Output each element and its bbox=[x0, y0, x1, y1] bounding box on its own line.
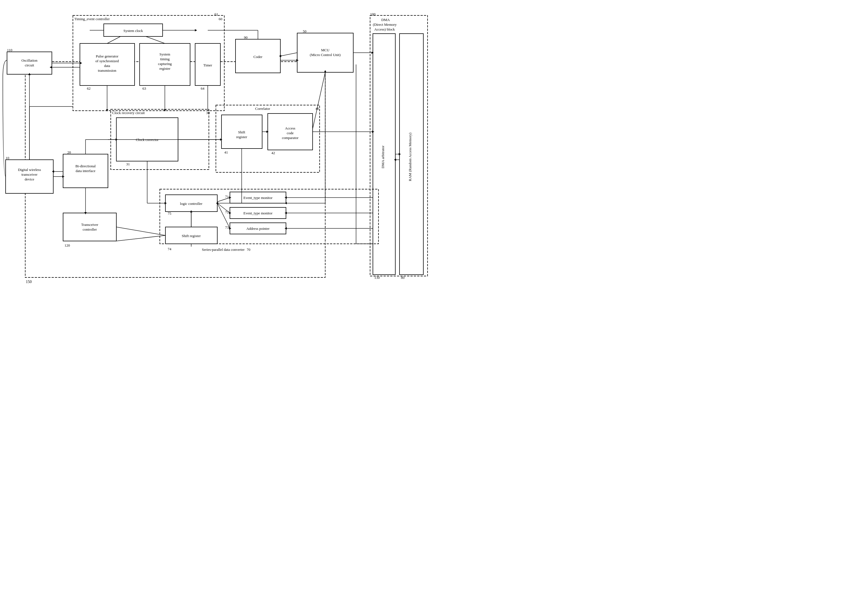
ref-60: 60 bbox=[219, 17, 222, 21]
ref-63: 63 bbox=[143, 86, 146, 91]
label-dma-block-1: DMA bbox=[381, 18, 390, 22]
label-oscillation-1: Oscillation bbox=[21, 58, 38, 62]
label-pulse-gen-1: Pulse generator bbox=[96, 54, 118, 58]
label-mcu-2: (Micro Control Unit) bbox=[310, 53, 341, 57]
label-dma-arbitrator: DMA arbitrator bbox=[381, 145, 385, 168]
label-digital-wireless-3: device bbox=[25, 177, 34, 181]
svg-line-45 bbox=[313, 72, 325, 129]
label-system-clock: System clock bbox=[123, 29, 143, 33]
label-shift-reg-bot: Shift register bbox=[182, 234, 201, 238]
label-transceiver-ctrl-2: controller bbox=[83, 227, 97, 232]
label-series-parallel: Series-parallel data converter bbox=[202, 247, 245, 252]
ref-130: 130 bbox=[374, 276, 380, 280]
ref-90: 90 bbox=[244, 35, 247, 39]
label-timing-event: Timing_event controller bbox=[74, 17, 110, 21]
ref-70: 70 bbox=[247, 247, 250, 252]
label-logic-ctrl: logic controller bbox=[180, 202, 202, 206]
svg-line-74 bbox=[217, 203, 230, 213]
svg-rect-16 bbox=[6, 160, 53, 193]
label-transceiver-ctrl-1: Transceiver bbox=[81, 223, 99, 227]
label-event-72: Event_type monitor bbox=[243, 211, 273, 215]
label-digital-wireless-1: Digital wireless bbox=[18, 168, 41, 172]
svg-line-96 bbox=[116, 235, 165, 241]
svg-rect-18 bbox=[63, 213, 116, 241]
label-bi-dir-2: data interface bbox=[76, 169, 96, 173]
ref-50: 50 bbox=[303, 29, 307, 33]
circuit-diagram: 150 Timing_event controller 60 61 System… bbox=[0, 0, 434, 300]
ref-73: 73 bbox=[225, 225, 229, 230]
label-sys-timing-2: timing bbox=[160, 57, 170, 61]
svg-line-31 bbox=[146, 36, 165, 44]
ref-80: 80 bbox=[401, 276, 405, 280]
label-digital-wireless-2: transceiver bbox=[21, 172, 38, 177]
ref-41: 41 bbox=[224, 150, 228, 155]
svg-line-30 bbox=[107, 36, 121, 44]
label-shift-reg-top-1: Shift bbox=[238, 130, 245, 134]
ref-61: 61 bbox=[214, 12, 218, 16]
ref-110: 110 bbox=[7, 48, 12, 52]
ref-75: 75 bbox=[168, 211, 171, 215]
label-event-71: Event_type monitor bbox=[243, 195, 273, 200]
svg-line-72 bbox=[217, 198, 230, 202]
ref-64: 64 bbox=[201, 86, 205, 91]
label-mcu-1: MCU bbox=[321, 48, 329, 52]
ref-42: 42 bbox=[272, 151, 275, 155]
ref-30: 30 bbox=[206, 111, 210, 115]
svg-marker-34 bbox=[195, 29, 197, 31]
ref-74: 74 bbox=[168, 247, 171, 251]
ref-20: 20 bbox=[67, 150, 71, 155]
label-access-code-3: comparator bbox=[282, 136, 299, 140]
ref-10: 10 bbox=[6, 156, 9, 160]
label-clock-recovery: Clock recovery circuit bbox=[112, 111, 145, 115]
label-correlator: Correlator bbox=[255, 106, 270, 111]
label-shift-reg-top-2: register bbox=[236, 135, 247, 139]
ref-150: 150 bbox=[26, 280, 32, 284]
label-sys-timing-1: System bbox=[159, 52, 170, 56]
ref-100: 100 bbox=[370, 12, 376, 16]
label-timer: Timer bbox=[203, 63, 212, 67]
label-access-code-1: Access bbox=[285, 126, 296, 130]
ref-31: 31 bbox=[126, 162, 130, 166]
svg-line-71 bbox=[116, 227, 165, 235]
label-pulse-gen-3: data bbox=[104, 64, 110, 68]
label-dma-block-3: Access) block bbox=[374, 27, 395, 31]
svg-line-76 bbox=[217, 203, 230, 229]
label-ram: RAM (Random Access Memory) bbox=[408, 133, 412, 181]
label-dma-block-2: (Direct Memory bbox=[373, 23, 397, 27]
label-oscillation-2: circuit bbox=[25, 63, 34, 67]
label-bi-dir-1: Bi-directional bbox=[76, 164, 96, 168]
svg-line-49 bbox=[280, 53, 297, 56]
label-sys-timing-3: capturing bbox=[158, 62, 172, 66]
label-access-code-2: code bbox=[287, 131, 294, 135]
ref-62: 62 bbox=[87, 86, 91, 91]
label-pulse-gen-2: of synchronized bbox=[95, 59, 119, 63]
label-pulse-gen-4: transmission bbox=[98, 68, 116, 73]
label-sys-timing-4: register bbox=[159, 67, 171, 71]
label-coder: Coder bbox=[253, 55, 263, 59]
label-addr-ptr: Address pointer bbox=[246, 226, 270, 231]
ref-120: 120 bbox=[64, 243, 70, 247]
